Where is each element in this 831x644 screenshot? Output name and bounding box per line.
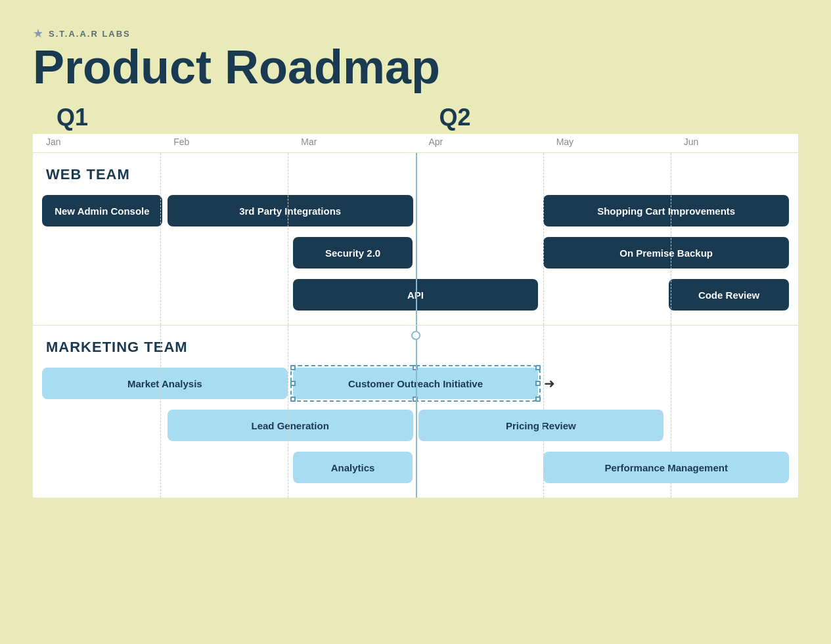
handle-left-mid[interactable] xyxy=(290,381,296,386)
task-bar-market-analysis[interactable]: Market Analysis xyxy=(42,368,288,399)
task-bar-lead-generation[interactable]: Lead Generation xyxy=(168,410,413,441)
months-row: Jan Feb Mar Apr May Jun xyxy=(33,134,798,153)
task-3rd-party[interactable]: 3rd Party Integrations xyxy=(165,195,416,226)
brand: ★ S.T.A.A.R LABS xyxy=(33,26,798,41)
quarters-row: Q1 Q2 xyxy=(33,104,798,131)
handle-bottom-left[interactable] xyxy=(290,397,296,402)
task-bar-code-review[interactable]: Code Review xyxy=(669,279,789,311)
marketing-team-label: MARKETING TEAM xyxy=(33,339,798,366)
task-bar-customer-outreach[interactable]: Customer Outreach Initiative xyxy=(293,368,539,399)
handle-top-left[interactable] xyxy=(290,365,296,370)
task-security[interactable]: Security 2.0 xyxy=(290,237,416,268)
web-team-section: WEB TEAM New Admin Console 3rd Party Int… xyxy=(33,153,798,325)
task-bar-pricing-review[interactable]: Pricing Review xyxy=(418,410,664,441)
q1-label: Q1 xyxy=(45,104,88,131)
web-row-2: Security 2.0 On Premise Backup xyxy=(33,236,798,270)
q2-label: Q2 xyxy=(428,104,471,131)
center-line-circle xyxy=(411,331,420,340)
task-bar-api[interactable]: API xyxy=(293,279,539,311)
task-performance-management[interactable]: Performance Management xyxy=(541,452,792,483)
web-row-1: New Admin Console 3rd Party Integrations… xyxy=(33,194,798,228)
handle-bottom-mid[interactable] xyxy=(413,397,418,402)
task-bar-new-admin-console[interactable]: New Admin Console xyxy=(42,195,162,226)
handle-bottom-right[interactable] xyxy=(535,397,541,402)
marketing-row-3: Analytics Performance Management xyxy=(33,450,798,484)
page-title: Product Roadmap xyxy=(33,43,798,91)
handle-top-right[interactable] xyxy=(535,365,541,370)
task-customer-outreach[interactable]: Customer Outreach Initiative ➜ xyxy=(290,368,541,399)
task-shopping-cart[interactable]: Shopping Cart Improvements xyxy=(541,195,792,226)
resize-arrow-right[interactable]: ➜ xyxy=(544,376,555,391)
month-apr: Apr xyxy=(416,134,543,152)
star-icon: ★ xyxy=(33,26,43,41)
month-feb: Feb xyxy=(160,134,288,152)
task-bar-shopping-cart[interactable]: Shopping Cart Improvements xyxy=(543,195,789,226)
task-new-admin-console[interactable]: New Admin Console xyxy=(39,195,165,226)
task-lead-generation[interactable]: Lead Generation xyxy=(165,410,416,441)
month-may: May xyxy=(543,134,671,152)
roadmap-chart: Jan Feb Mar Apr May Jun WEB TEAM New Adm… xyxy=(33,134,798,498)
task-bar-analytics[interactable]: Analytics xyxy=(293,452,413,483)
page-container: ★ S.T.A.A.R LABS Product Roadmap Q1 Q2 J… xyxy=(13,13,818,511)
task-bar-3rd-party[interactable]: 3rd Party Integrations xyxy=(168,195,413,226)
task-bar-performance-management[interactable]: Performance Management xyxy=(543,452,789,483)
task-market-analysis[interactable]: Market Analysis xyxy=(39,368,290,399)
month-jun: Jun xyxy=(671,134,798,152)
handle-top-mid[interactable] xyxy=(413,365,418,370)
web-row-3: API Code Review xyxy=(33,278,798,312)
task-bar-on-premise[interactable]: On Premise Backup xyxy=(543,237,789,268)
handle-right-mid[interactable] xyxy=(535,381,541,386)
web-team-label: WEB TEAM xyxy=(33,166,798,194)
task-on-premise[interactable]: On Premise Backup xyxy=(541,237,792,268)
task-code-review[interactable]: Code Review xyxy=(666,279,792,311)
task-bar-security[interactable]: Security 2.0 xyxy=(293,237,413,268)
month-jan: Jan xyxy=(33,134,160,152)
marketing-row-2: Lead Generation Pricing Review xyxy=(33,408,798,442)
task-pricing-review[interactable]: Pricing Review xyxy=(416,410,667,441)
marketing-row-1: Market Analysis Customer Outreach Initia… xyxy=(33,366,798,400)
task-api[interactable]: API xyxy=(290,279,541,311)
task-analytics[interactable]: Analytics xyxy=(290,452,416,483)
month-mar: Mar xyxy=(288,134,415,152)
brand-name: S.T.A.A.R LABS xyxy=(49,29,131,39)
marketing-team-section: MARKETING TEAM Market Analysis Customer … xyxy=(33,325,798,498)
